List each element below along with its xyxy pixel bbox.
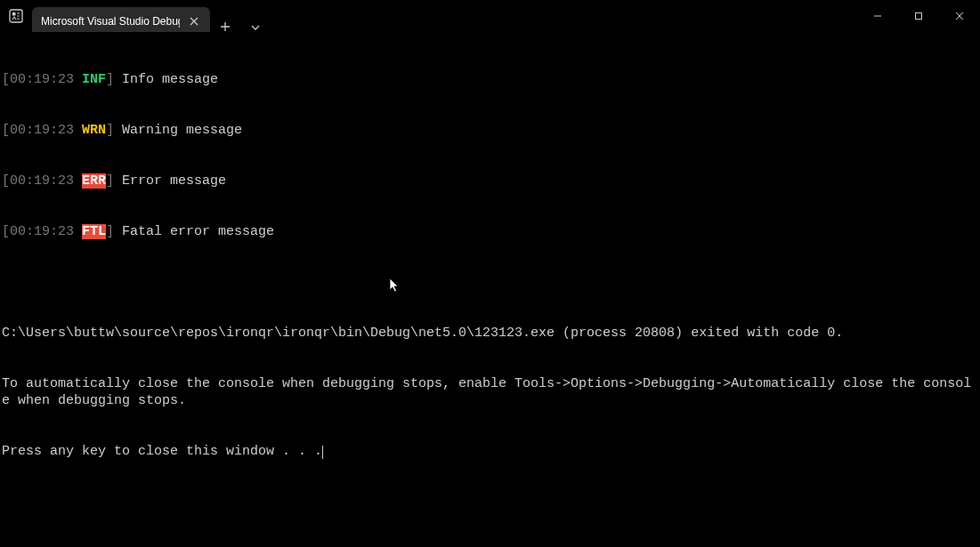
svg-rect-1 [12, 12, 16, 16]
log-message: Fatal error message [122, 224, 274, 239]
hint-message: To automatically close the console when … [2, 375, 978, 409]
log-message: Error message [122, 173, 226, 189]
timestamp: 00:19:23 [10, 173, 74, 189]
close-window-button[interactable] [939, 0, 980, 32]
titlebar-drag-region[interactable] [271, 0, 857, 32]
app-icon [0, 0, 32, 32]
log-message: Info message [122, 72, 218, 87]
press-key-message: Press any key to close this window . . . [2, 444, 322, 459]
terminal-body[interactable]: [00:19:23 INF] Info message [00:19:23 WR… [0, 32, 980, 547]
level-err: ERR [82, 173, 106, 189]
timestamp: 00:19:23 [10, 123, 74, 138]
tab-title: Microsoft Visual Studio Debug [41, 15, 180, 28]
svg-rect-0 [10, 10, 22, 22]
new-tab-button[interactable] [210, 21, 240, 32]
timestamp: 00:19:23 [10, 224, 74, 239]
level-ftl: FTL [82, 224, 106, 239]
minimize-button[interactable] [857, 0, 898, 32]
svg-rect-2 [916, 13, 922, 20]
window-controls [857, 0, 980, 32]
timestamp: 00:19:23 [10, 72, 74, 87]
log-line: [00:19:23 FTL] Fatal error message [2, 223, 978, 240]
close-icon[interactable] [187, 14, 201, 28]
log-line: [00:19:23 WRN] Warning message [2, 122, 978, 139]
maximize-button[interactable] [898, 0, 939, 32]
text-caret [322, 446, 323, 459]
tab-dropdown-button[interactable] [240, 23, 271, 32]
log-line: [00:19:23 ERR] Error message [2, 173, 978, 189]
tabs-area: Microsoft Visual Studio Debug [32, 0, 271, 32]
log-message: Warning message [122, 123, 242, 138]
exit-message: C:\Users\buttw\source\repos\ironqr\ironq… [2, 325, 978, 342]
log-line: [00:19:23 INF] Info message [2, 71, 978, 88]
level-wrn: WRN [82, 123, 106, 138]
titlebar: Microsoft Visual Studio Debug [0, 0, 980, 32]
level-inf: INF [82, 72, 106, 87]
